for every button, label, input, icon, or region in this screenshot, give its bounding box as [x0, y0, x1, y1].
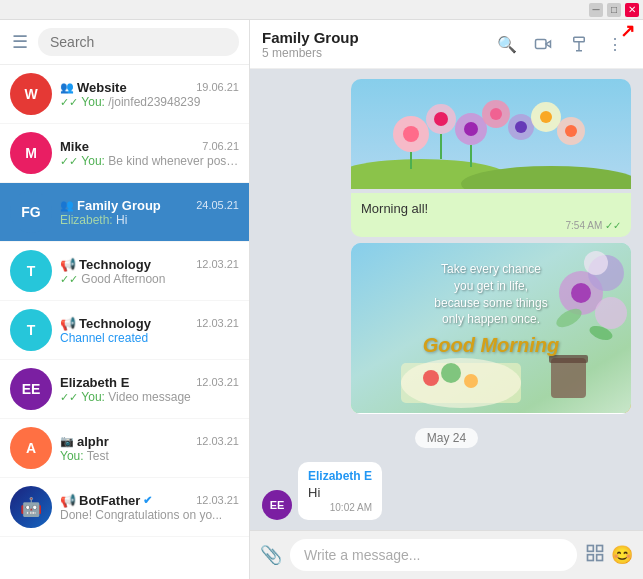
- svg-rect-41: [597, 554, 603, 560]
- morning-text-bubble: Morning all! 7:54 AM ✓✓: [351, 193, 631, 237]
- chat-item-technology2[interactable]: T 📢 Technology 12.03.21 Channel created: [0, 301, 249, 360]
- svg-rect-36: [551, 358, 586, 398]
- hamburger-icon[interactable]: ☰: [10, 29, 30, 55]
- red-arrow-indicator: ↗: [620, 20, 635, 42]
- check-icon: ✓✓: [60, 391, 78, 403]
- chat-main: Family Group 5 members 🔍 ⋮ ↗: [250, 20, 643, 579]
- chat-info: Mike 7.06.21 ✓✓ You: Be kind whenever po…: [60, 139, 239, 168]
- messages-area: Morning all! 7:54 AM ✓✓: [250, 69, 643, 530]
- message-nature-image: Morning all! 7:54 AM ✓✓: [351, 79, 631, 237]
- chat-header: Family Group 5 members 🔍 ⋮ ↗: [250, 20, 643, 69]
- chat-name: 📢 BotFather ✔: [60, 493, 152, 508]
- chat-date: 12.03.21: [196, 317, 239, 329]
- avatar: EE: [262, 490, 292, 520]
- svg-rect-38: [588, 545, 594, 551]
- chat-name: 📢 Technology: [60, 257, 151, 272]
- chat-date: 24.05.21: [196, 199, 239, 211]
- chat-header-sub: 5 members: [262, 46, 483, 60]
- chat-date: 19.06.21: [196, 81, 239, 93]
- chat-preview: Elizabeth: Hi: [60, 213, 239, 227]
- chat-date: 7.06.21: [202, 140, 239, 152]
- group-icon: 📷: [60, 435, 74, 448]
- maximize-button[interactable]: □: [607, 3, 621, 17]
- chat-info: 📢 Technology 12.03.21 Channel created: [60, 316, 239, 345]
- verified-badge: ✔: [143, 494, 152, 507]
- avatar: T: [10, 309, 52, 351]
- chat-list: W 👥 Website 19.06.21 ✓✓ You: /joinfed239…: [0, 65, 249, 579]
- minimize-button[interactable]: ─: [589, 3, 603, 17]
- header-icons: 🔍 ⋮ ↗: [491, 28, 631, 60]
- chat-item-website[interactable]: W 👥 Website 19.06.21 ✓✓ You: /joinfed239…: [0, 65, 249, 124]
- svg-rect-39: [597, 545, 603, 551]
- chat-date: 12.03.21: [196, 376, 239, 388]
- emoji-icon[interactable]: 😊: [611, 544, 633, 566]
- avatar: W: [10, 73, 52, 115]
- gm-quote: Take every chance you get in life, becau…: [363, 261, 619, 328]
- chat-item-elizabeth[interactable]: EE Elizabeth E 12.03.21 ✓✓ You: Video me…: [0, 360, 249, 419]
- chat-preview: ✓✓ Good Afternoon: [60, 272, 239, 286]
- chat-preview: ✓✓ You: Be kind whenever possi...: [60, 154, 239, 168]
- message-elizabeth-hi: EE Elizabeth E Hi 10:02 AM: [262, 462, 382, 520]
- incoming-bubble: Elizabeth E Hi 10:02 AM: [298, 462, 382, 520]
- video-button[interactable]: [527, 28, 559, 60]
- svg-point-11: [464, 122, 478, 136]
- chat-header-info: Family Group 5 members: [262, 29, 483, 60]
- avatar: A: [10, 427, 52, 469]
- app-body: ☰ W 👥 Website 19.06.21 ✓✓ Y: [0, 20, 643, 579]
- window-chrome: ─ □ ✕: [0, 0, 643, 20]
- chat-item-botfather[interactable]: 🤖 📢 BotFather ✔ 12.03.21 Done! Congratul…: [0, 478, 249, 537]
- chat-preview: ✓✓ You: Video message: [60, 390, 239, 404]
- chat-date: 12.03.21: [196, 494, 239, 506]
- svg-point-19: [565, 125, 577, 137]
- avatar: FG: [10, 191, 52, 233]
- avatar: M: [10, 132, 52, 174]
- pin-button[interactable]: [563, 28, 595, 60]
- chat-info: 📢 BotFather ✔ 12.03.21 Done! Congratulat…: [60, 493, 239, 522]
- date-separator: May 24: [262, 428, 631, 448]
- group-icon: 👥: [60, 199, 74, 212]
- check-icon: ✓✓: [605, 220, 621, 231]
- sender-name: Elizabeth E: [308, 469, 372, 483]
- close-button[interactable]: ✕: [625, 3, 639, 17]
- svg-point-9: [434, 112, 448, 126]
- message-input[interactable]: [290, 539, 577, 571]
- msg-meta: 10:02 AM: [308, 502, 372, 513]
- channel-icon: 📢: [60, 257, 76, 272]
- input-right-icons: 😊: [585, 543, 633, 568]
- svg-point-15: [515, 121, 527, 133]
- message-good-morning: Take every chance you get in life, becau…: [351, 243, 631, 414]
- chat-preview: Done! Congratulations on yo...: [60, 508, 239, 522]
- gm-main-text: Good Morning: [363, 334, 619, 357]
- sidebar-header: ☰: [0, 20, 249, 65]
- good-morning-image: Take every chance you get in life, becau…: [351, 243, 631, 413]
- svg-rect-2: [574, 37, 585, 42]
- input-bar: 📎 😊: [250, 530, 643, 579]
- commands-icon[interactable]: [585, 543, 605, 568]
- chat-item-technology1[interactable]: T 📢 Technology 12.03.21 ✓✓ Good Afternoo…: [0, 242, 249, 301]
- chat-info: Elizabeth E 12.03.21 ✓✓ You: Video messa…: [60, 375, 239, 404]
- svg-rect-0: [536, 40, 547, 49]
- channel-icon: 📢: [60, 316, 76, 331]
- chat-item-alphr[interactable]: A 📷 alphr 12.03.21 You: Test: [0, 419, 249, 478]
- search-button[interactable]: 🔍: [491, 28, 523, 60]
- chat-header-name: Family Group: [262, 29, 483, 46]
- chat-preview: ✓✓ You: /joinfed23948239: [60, 95, 239, 109]
- avatar: 🤖: [10, 486, 52, 528]
- chat-info: 👥 Website 19.06.21 ✓✓ You: /joinfed23948…: [60, 80, 239, 109]
- more-button[interactable]: ⋮ ↗: [599, 28, 631, 60]
- chat-name: 👥 Family Group: [60, 198, 161, 213]
- chat-preview: Channel created: [60, 331, 239, 345]
- sidebar: ☰ W 👥 Website 19.06.21 ✓✓ Y: [0, 20, 250, 579]
- gm-footer: ❤️ 7:55 AM ✓✓: [351, 413, 631, 414]
- svg-point-7: [403, 126, 419, 142]
- chat-item-mike[interactable]: M Mike 7.06.21 ✓✓ You: Be kind whenever …: [0, 124, 249, 183]
- chat-preview: You: Test: [60, 449, 239, 463]
- avatar: T: [10, 250, 52, 292]
- svg-rect-40: [588, 554, 594, 560]
- check-icon: ✓✓: [60, 96, 78, 108]
- attachment-icon[interactable]: 📎: [260, 544, 282, 566]
- search-input[interactable]: [38, 28, 239, 56]
- chat-name: 📢 Technology: [60, 316, 151, 331]
- chat-item-family-group[interactable]: FG 👥 Family Group 24.05.21 Elizabeth: Hi: [0, 183, 249, 242]
- chat-info: 📢 Technology 12.03.21 ✓✓ Good Afternoon: [60, 257, 239, 286]
